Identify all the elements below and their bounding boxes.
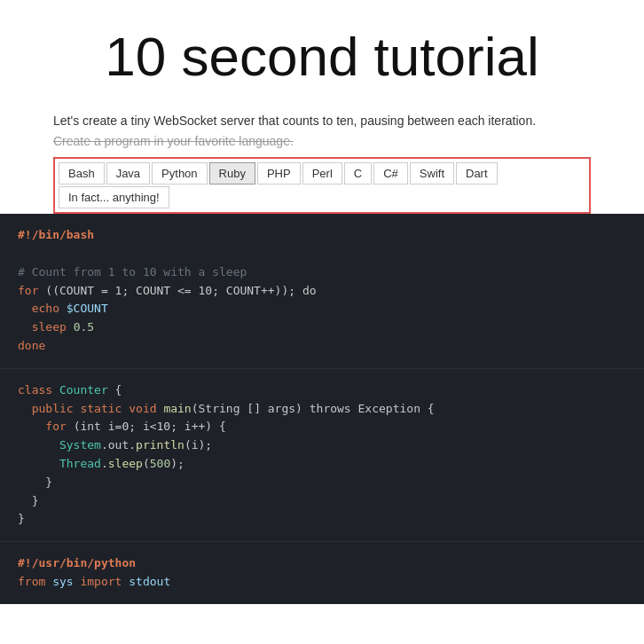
tab-python[interactable]: Python (152, 162, 207, 185)
tab-swift[interactable]: Swift (410, 162, 454, 185)
tab-anything[interactable]: In fact... anything! (59, 186, 169, 208)
header-section: 10 second tutorial (0, 0, 644, 96)
code-block-bash: #!/bin/bash # Count from 1 to 10 with a … (0, 214, 644, 369)
tabs-container: Bash Java Python Ruby PHP Perl C C# Swif… (53, 157, 591, 214)
tab-ruby[interactable]: Ruby (209, 162, 255, 185)
tab-csharp[interactable]: C# (373, 162, 408, 185)
tab-bash[interactable]: Bash (59, 162, 105, 185)
tab-perl[interactable]: Perl (302, 162, 342, 185)
tab-java[interactable]: Java (106, 162, 150, 185)
description-strikethrough: Create a program in your favorite langua… (53, 134, 591, 148)
tab-dart[interactable]: Dart (456, 162, 498, 185)
tab-php[interactable]: PHP (257, 162, 301, 185)
description-main: Let's create a tiny WebSocket server tha… (53, 114, 536, 128)
description-section: Let's create a tiny WebSocket server tha… (0, 96, 644, 148)
page-container: 10 second tutorial Let's create a tiny W… (0, 0, 644, 604)
page-title: 10 second tutorial (18, 27, 626, 87)
code-block-python: #!/usr/bin/python from sys import stdout (0, 542, 644, 604)
code-block-java: class Counter { public static void main(… (0, 369, 644, 542)
code-area: #!/bin/bash # Count from 1 to 10 with a … (0, 214, 644, 604)
tab-c[interactable]: C (344, 162, 372, 185)
